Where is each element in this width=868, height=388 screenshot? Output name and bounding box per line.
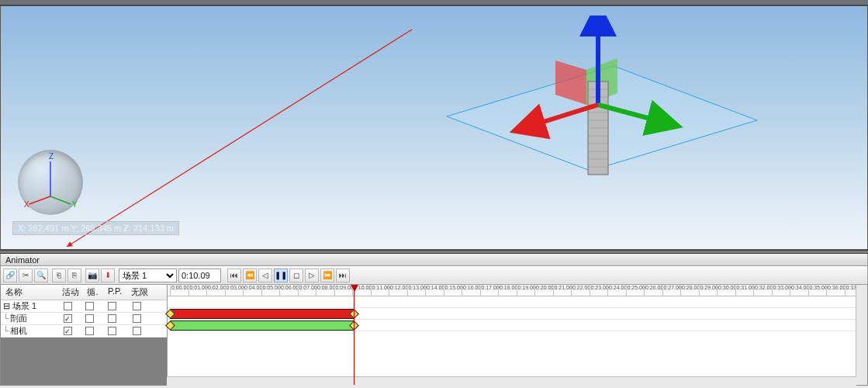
svg-line-0 bbox=[67, 29, 412, 247]
transport-pause-icon[interactable]: ❚❚ bbox=[274, 268, 288, 282]
ruler-tick: 0:03.00 bbox=[225, 285, 244, 296]
animator-lower: 名称 活动 循. P.P. 无限 ⊟ 场景 1剖面✓相机✓ 0:00.000:0… bbox=[0, 285, 868, 386]
axis-label-z: Z bbox=[49, 152, 54, 161]
tool-export-icon[interactable]: ⬇ bbox=[101, 268, 115, 282]
ruler-tick: 0:18.00 bbox=[498, 285, 517, 296]
ruler-tick: 0:01.00 bbox=[188, 285, 208, 296]
transport-stop-icon[interactable]: ◻ bbox=[289, 268, 303, 282]
timeline-clip[interactable] bbox=[170, 309, 354, 319]
col-active: 活动 bbox=[58, 286, 83, 298]
ruler-tick: 0:22.00 bbox=[571, 285, 590, 296]
animator-toolbar: 🔗 ✂ 🔍 ⎗ ⎘ 📷 ⬇ 场景 1 0:10.09 ⏮ ⏪ ◁ ❚❚ ◻ ▷ … bbox=[0, 266, 868, 285]
scene-gizmo bbox=[431, 16, 757, 248]
ruler-tick: 0:00.00 bbox=[170, 285, 189, 296]
checkbox-pp[interactable] bbox=[108, 302, 116, 310]
checkbox-active[interactable]: ✓ bbox=[64, 314, 72, 323]
col-infinite: 无限 bbox=[127, 286, 152, 298]
ruler-tick: 0:10.00 bbox=[352, 285, 372, 296]
checkbox-infinite[interactable] bbox=[133, 314, 141, 323]
tool-frame-prev-icon[interactable]: ⎗ bbox=[52, 268, 66, 282]
tree-row-name[interactable]: ⊟ 场景 1 bbox=[1, 300, 55, 312]
tree-row-name[interactable]: 剖面 bbox=[1, 313, 55, 324]
scene-select[interactable]: 场景 1 bbox=[119, 268, 177, 282]
ruler-tick: 0:32.00 bbox=[753, 285, 773, 296]
window-titlebar bbox=[0, 0, 868, 5]
ruler-tick: 0:06.00 bbox=[279, 285, 299, 296]
ruler-tick: 0:08.00 bbox=[316, 285, 335, 296]
ruler-tick: 0:29.00 bbox=[699, 285, 718, 296]
tool-frame-next-icon[interactable]: ⎘ bbox=[67, 268, 81, 282]
ruler-tick: 0:30.00 bbox=[717, 285, 736, 296]
tool-link-icon[interactable]: 🔗 bbox=[3, 268, 17, 282]
transport-first-icon[interactable]: ⏮ bbox=[227, 268, 241, 282]
ruler-tick: 0:04.00 bbox=[243, 285, 262, 296]
ruler-tick: 0:23.00 bbox=[590, 285, 609, 296]
animator-panel-title: Animator bbox=[0, 254, 868, 266]
checkbox-infinite[interactable] bbox=[133, 302, 141, 310]
track-row-scene[interactable] bbox=[168, 296, 856, 308]
tree-row-name[interactable]: 相机 bbox=[1, 325, 55, 337]
ruler-tick: 0:27.00 bbox=[662, 285, 682, 296]
ruler-tick: 0:31.00 bbox=[735, 285, 755, 296]
svg-line-15 bbox=[29, 196, 50, 204]
tree-row[interactable]: ⊟ 场景 1 bbox=[1, 300, 167, 313]
ruler-tick: 0:36.00 bbox=[826, 285, 846, 296]
transport-last-icon[interactable]: ⏭ bbox=[336, 268, 350, 282]
ruler-tick: 0:05.00 bbox=[261, 285, 281, 296]
ruler-tick: 0:24.00 bbox=[607, 285, 627, 296]
ruler-tick: 0:07.00 bbox=[298, 285, 317, 296]
ruler-tick: 0:37.00 bbox=[845, 285, 856, 296]
ruler-tick: 0:09.00 bbox=[334, 285, 354, 296]
ruler-tick: 0:14.00 bbox=[425, 285, 444, 296]
checkbox-active[interactable]: ✓ bbox=[64, 327, 72, 335]
ruler-tick: 0:19.00 bbox=[517, 285, 536, 296]
col-loop: 循. bbox=[83, 286, 102, 298]
tree-row[interactable]: 相机✓ bbox=[1, 325, 167, 338]
transport-rewind-icon[interactable]: ⏪ bbox=[243, 268, 257, 282]
scrollbar-horizontal[interactable] bbox=[167, 376, 856, 388]
axis-label-x: X bbox=[24, 200, 29, 209]
axis-indicator[interactable]: Z X Y bbox=[18, 150, 83, 215]
col-name: 名称 bbox=[4, 286, 58, 298]
checkbox-loop[interactable] bbox=[85, 314, 94, 323]
tool-snapshot-icon[interactable]: 📷 bbox=[85, 268, 99, 282]
ruler-tick: 0:33.00 bbox=[772, 285, 791, 296]
tool-zoom-icon[interactable]: 🔍 bbox=[34, 268, 48, 282]
ruler-tick: 0:15.00 bbox=[444, 285, 463, 296]
tool-cut-icon[interactable]: ✂ bbox=[19, 268, 33, 282]
tree-row[interactable]: 剖面✓ bbox=[1, 313, 167, 325]
checkbox-pp[interactable] bbox=[108, 314, 116, 323]
viewport-3d[interactable]: Z X Y X: 282.491 m Y: 268.345 m Z: 214.1… bbox=[0, 5, 868, 250]
scrollbar-vertical[interactable] bbox=[856, 285, 867, 385]
ruler-tick: 0:16.00 bbox=[462, 285, 481, 296]
ruler-tick: 0:25.00 bbox=[626, 285, 645, 296]
timeline-ruler[interactable]: 0:00.000:01.000:02.000:03.000:04.000:05.… bbox=[168, 285, 856, 296]
timeline[interactable]: 0:00.000:01.000:02.000:03.000:04.000:05.… bbox=[168, 285, 856, 385]
timeline-tracks[interactable] bbox=[168, 296, 856, 385]
checkbox-pp[interactable] bbox=[108, 327, 116, 335]
col-pp: P.P. bbox=[102, 286, 127, 298]
transport-step-back-icon[interactable]: ◁ bbox=[258, 268, 272, 282]
checkbox-infinite[interactable] bbox=[133, 327, 141, 335]
ruler-tick: 0:17.00 bbox=[480, 285, 500, 296]
transport-forward-icon[interactable]: ⏩ bbox=[320, 268, 334, 282]
ruler-tick: 0:02.00 bbox=[206, 285, 226, 296]
timecode-field[interactable]: 0:10.09 bbox=[178, 268, 221, 282]
ruler-tick: 0:20.00 bbox=[534, 285, 554, 296]
transport-play-icon[interactable]: ▷ bbox=[305, 268, 319, 282]
svg-line-16 bbox=[50, 196, 71, 204]
scene-tree: 名称 活动 循. P.P. 无限 ⊟ 场景 1剖面✓相机✓ bbox=[1, 285, 168, 385]
checkbox-loop[interactable] bbox=[85, 327, 94, 335]
ruler-tick: 0:21.00 bbox=[553, 285, 572, 296]
tree-header: 名称 活动 循. P.P. 无限 bbox=[1, 285, 167, 300]
coords-readout: X: 282.491 m Y: 268.345 m Z: 214.133 m bbox=[12, 221, 179, 235]
ruler-tick: 0:34.00 bbox=[790, 285, 809, 296]
ruler-tick: 0:12.00 bbox=[389, 285, 408, 296]
checkbox-loop[interactable] bbox=[85, 302, 94, 310]
axis-label-y: Y bbox=[72, 200, 78, 209]
ruler-tick: 0:26.00 bbox=[644, 285, 663, 296]
timeline-clip[interactable] bbox=[170, 320, 354, 331]
ruler-tick: 0:35.00 bbox=[808, 285, 828, 296]
checkbox-active[interactable] bbox=[64, 302, 72, 310]
ruler-tick: 0:11.00 bbox=[371, 285, 390, 296]
